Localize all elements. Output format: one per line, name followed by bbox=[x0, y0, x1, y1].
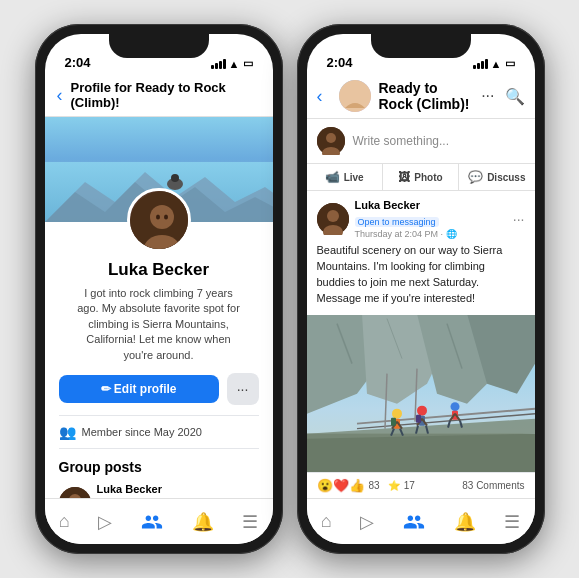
svg-point-8 bbox=[156, 215, 160, 220]
bnav-menu[interactable]: ☰ bbox=[242, 511, 258, 533]
feed-post-time: Thursday at 2:04 PM · 🌐 bbox=[355, 229, 507, 239]
feed-post-text: Beautiful scenery on our way to Sierra M… bbox=[307, 243, 535, 315]
wifi-icon-right: ▲ bbox=[491, 58, 502, 70]
profile-actions: ✏ Edit profile ··· bbox=[59, 373, 259, 405]
feed-post-header: Luka Becker Open to messaging Thursday a… bbox=[307, 191, 535, 243]
feed-post-reactions: 😮❤️👍 83 ⭐ 17 83 Comments bbox=[307, 472, 535, 498]
search-icon-right[interactable]: 🔍 bbox=[505, 87, 525, 106]
bnav-groups-right[interactable] bbox=[403, 511, 425, 533]
member-since-row: 👥 Member since May 2020 bbox=[59, 415, 259, 449]
bnav-home[interactable]: ⌂ bbox=[59, 511, 70, 532]
discuss-label: Discuss bbox=[487, 172, 525, 183]
svg-point-6 bbox=[150, 205, 174, 229]
post-item: Luka Becker Open to messaging Thursday a… bbox=[59, 483, 259, 498]
discuss-button[interactable]: 💬 Discuss bbox=[459, 164, 534, 190]
feed-post-more-button[interactable]: ··· bbox=[513, 211, 525, 227]
battery-icon-left: ▭ bbox=[243, 57, 253, 70]
notch-right bbox=[371, 34, 471, 58]
back-button-left[interactable]: ‹ bbox=[57, 85, 63, 106]
group-posts-header: Group posts bbox=[59, 459, 259, 475]
bnav-video[interactable]: ▷ bbox=[98, 511, 112, 533]
more-icon-right[interactable]: ··· bbox=[481, 87, 494, 106]
time-right: 2:04 bbox=[327, 55, 353, 70]
profile-name: Luka Becker bbox=[75, 260, 243, 280]
bnav-bell[interactable]: 🔔 bbox=[192, 511, 214, 533]
bnav-bell-right[interactable]: 🔔 bbox=[454, 511, 476, 533]
post-meta: Luka Becker Open to messaging Thursday a… bbox=[97, 483, 241, 498]
photo-button[interactable]: 🖼 Photo bbox=[383, 164, 459, 190]
svg-point-9 bbox=[164, 215, 168, 220]
like-count: 83 bbox=[369, 480, 380, 491]
notch-left bbox=[109, 34, 209, 58]
feed-post-tag: Open to messaging bbox=[355, 217, 439, 227]
climbing-scene-svg bbox=[307, 315, 535, 472]
post-author: Luka Becker bbox=[97, 483, 241, 495]
photo-icon: 🖼 bbox=[398, 170, 410, 184]
svg-point-41 bbox=[417, 405, 427, 415]
discuss-icon: 💬 bbox=[468, 170, 483, 184]
profile-info: Luka Becker I got into rock climbing 7 y… bbox=[59, 260, 259, 373]
svg-point-18 bbox=[327, 210, 339, 222]
feed-nav-icons: ··· 🔍 bbox=[481, 87, 524, 106]
svg-point-34 bbox=[392, 408, 402, 418]
scene: 2:04 ▲ ▭ ‹ Profile for Ready to Rock (Cl… bbox=[19, 8, 561, 570]
feed-post-avatar bbox=[317, 203, 349, 235]
svg-point-48 bbox=[450, 402, 459, 411]
svg-rect-40 bbox=[391, 417, 396, 425]
phone-left: 2:04 ▲ ▭ ‹ Profile for Ready to Rock (Cl… bbox=[35, 24, 283, 554]
edit-profile-button[interactable]: ✏ Edit profile bbox=[59, 375, 219, 403]
signal-icon-right bbox=[473, 59, 488, 69]
bnav-video-right[interactable]: ▷ bbox=[360, 511, 374, 533]
feed-nav-avatar bbox=[339, 80, 371, 112]
cover-photo bbox=[45, 117, 273, 222]
live-icon: 📹 bbox=[325, 170, 340, 184]
status-icons-right: ▲ ▭ bbox=[473, 57, 515, 70]
bottom-nav-left: ⌂ ▷ 🔔 ☰ bbox=[45, 498, 273, 544]
status-icons-left: ▲ ▭ bbox=[211, 57, 253, 70]
bnav-menu-right[interactable]: ☰ bbox=[504, 511, 520, 533]
profile-avatar bbox=[127, 188, 191, 252]
comments-count: 83 Comments bbox=[462, 480, 524, 491]
member-since-text: Member since May 2020 bbox=[82, 426, 202, 438]
phone-right: 2:04 ▲ ▭ ‹ Ready to R bbox=[297, 24, 545, 554]
nav-title-left: Profile for Ready to Rock (Climb)! bbox=[71, 80, 261, 110]
write-box[interactable]: Write something... bbox=[307, 119, 535, 164]
live-button[interactable]: 📹 Live bbox=[307, 164, 383, 190]
feed-nav: ‹ Ready to Rock (Climb)! ··· 🔍 bbox=[307, 74, 535, 119]
write-placeholder: Write something... bbox=[353, 134, 449, 148]
wifi-icon-left: ▲ bbox=[229, 58, 240, 70]
feed-post-meta: Luka Becker Open to messaging Thursday a… bbox=[355, 199, 507, 239]
bnav-groups[interactable] bbox=[141, 511, 163, 533]
back-button-right[interactable]: ‹ bbox=[317, 86, 323, 107]
member-icon: 👥 bbox=[59, 424, 76, 440]
feed-post-author: Luka Becker bbox=[355, 199, 507, 211]
time-left: 2:04 bbox=[65, 55, 91, 70]
post-header: Luka Becker Open to messaging Thursday a… bbox=[59, 483, 259, 498]
profile-screen: Luka Becker I got into rock climbing 7 y… bbox=[45, 117, 273, 544]
svg-point-4 bbox=[171, 174, 179, 182]
live-label: Live bbox=[344, 172, 364, 183]
bnav-home-right[interactable]: ⌂ bbox=[321, 511, 332, 532]
star-count: 17 bbox=[404, 480, 415, 491]
svg-rect-32 bbox=[307, 433, 535, 472]
post-avatar bbox=[59, 487, 91, 498]
svg-rect-47 bbox=[416, 414, 421, 422]
write-avatar bbox=[317, 127, 345, 155]
feed-post-image bbox=[307, 315, 535, 472]
feed-post: Luka Becker Open to messaging Thursday a… bbox=[307, 191, 535, 498]
nav-bar-left: ‹ Profile for Ready to Rock (Climb)! bbox=[45, 74, 273, 117]
photo-label: Photo bbox=[414, 172, 442, 183]
signal-icon-left bbox=[211, 59, 226, 69]
profile-bio: I got into rock climbing 7 years ago. My… bbox=[75, 286, 243, 363]
more-options-button[interactable]: ··· bbox=[227, 373, 259, 405]
star-separator: ⭐ bbox=[388, 480, 400, 491]
battery-icon-right: ▭ bbox=[505, 57, 515, 70]
svg-point-15 bbox=[326, 133, 336, 143]
action-bar: 📹 Live 🖼 Photo 💬 Discuss bbox=[307, 164, 535, 191]
bottom-nav-right: ⌂ ▷ 🔔 ☰ bbox=[307, 498, 535, 544]
feed-nav-title: Ready to Rock (Climb)! bbox=[379, 80, 474, 112]
reaction-emoji-icons: 😮❤️👍 bbox=[317, 478, 365, 493]
